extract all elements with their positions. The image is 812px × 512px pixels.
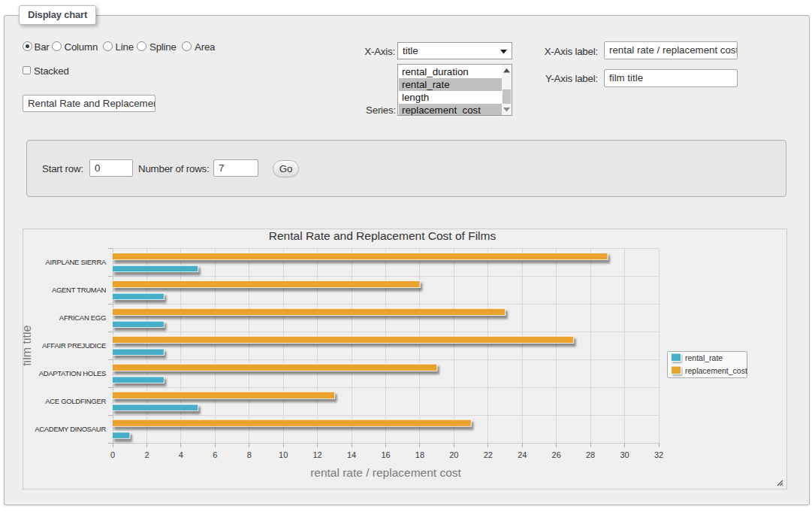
svg-text:replacement_cost: replacement_cost bbox=[685, 366, 747, 375]
svg-text:rental_rate: rental_rate bbox=[685, 353, 723, 362]
svg-text:AFFAIR PREJUDICE: AFFAIR PREJUDICE bbox=[42, 341, 106, 350]
svg-text:ADAPTATION HOLES: ADAPTATION HOLES bbox=[39, 369, 106, 377]
svg-text:rental rate / replacement cost: rental rate / replacement cost bbox=[310, 466, 461, 479]
svg-text:film title: film title bbox=[23, 326, 33, 366]
svg-text:32: 32 bbox=[654, 450, 663, 459]
svg-text:2: 2 bbox=[144, 450, 149, 459]
svg-text:26: 26 bbox=[552, 450, 561, 459]
svg-text:18: 18 bbox=[415, 450, 424, 459]
svg-text:24: 24 bbox=[518, 450, 527, 459]
svg-text:16: 16 bbox=[381, 450, 390, 459]
svg-text:22: 22 bbox=[484, 450, 493, 459]
svg-text:ACE GOLDFINGER: ACE GOLDFINGER bbox=[45, 397, 106, 405]
svg-text:ACADEMY DINOSAUR: ACADEMY DINOSAUR bbox=[35, 425, 106, 433]
svg-text:AIRPLANE SIERRA: AIRPLANE SIERRA bbox=[46, 258, 107, 266]
svg-text:8: 8 bbox=[247, 450, 252, 459]
svg-text:28: 28 bbox=[586, 450, 595, 459]
svg-text:AGENT TRUMAN: AGENT TRUMAN bbox=[52, 286, 106, 294]
svg-text:Rental Rate and Replacement Co: Rental Rate and Replacement Cost of Film… bbox=[269, 229, 497, 242]
svg-text:30: 30 bbox=[620, 450, 629, 459]
svg-text:10: 10 bbox=[279, 450, 288, 459]
svg-text:12: 12 bbox=[313, 450, 322, 459]
svg-text:AFRICAN EGG: AFRICAN EGG bbox=[59, 314, 106, 322]
svg-text:6: 6 bbox=[213, 450, 217, 459]
svg-text:4: 4 bbox=[179, 450, 183, 459]
svg-text:14: 14 bbox=[347, 450, 356, 459]
svg-text:20: 20 bbox=[449, 450, 458, 459]
svg-text:0: 0 bbox=[110, 450, 115, 459]
